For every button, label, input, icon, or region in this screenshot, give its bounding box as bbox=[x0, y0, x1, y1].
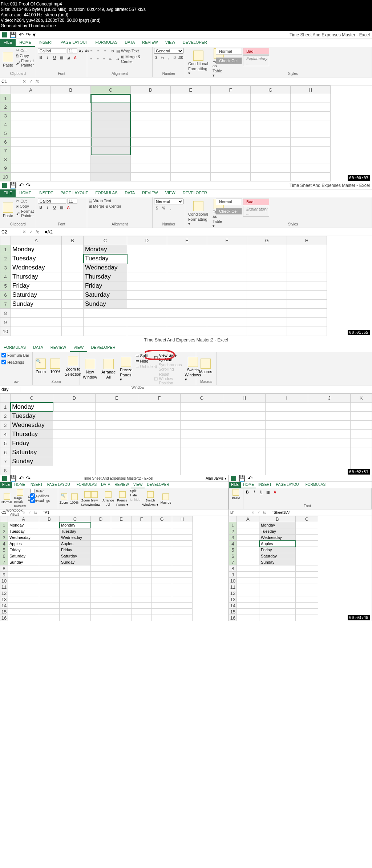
cell[interactable] bbox=[171, 94, 211, 103]
tab-insert[interactable]: INSERT bbox=[256, 482, 274, 488]
cell[interactable] bbox=[91, 559, 111, 565]
underline-button[interactable]: U bbox=[258, 489, 264, 495]
fx-icon[interactable]: fx bbox=[34, 511, 39, 515]
row-header-16[interactable]: 16 bbox=[0, 615, 8, 621]
cell[interactable]: Thursday bbox=[11, 430, 53, 439]
col-header-H[interactable]: H bbox=[287, 236, 327, 245]
tab-file[interactable]: FILE bbox=[229, 482, 241, 488]
cell[interactable] bbox=[223, 448, 266, 457]
cell[interactable] bbox=[223, 466, 266, 475]
cell[interactable]: Friday bbox=[11, 281, 62, 291]
cell[interactable]: Friday bbox=[259, 547, 296, 553]
cell[interactable] bbox=[287, 291, 327, 300]
cell[interactable] bbox=[223, 439, 266, 448]
cell[interactable] bbox=[111, 584, 132, 590]
cell[interactable] bbox=[207, 254, 247, 263]
cell[interactable] bbox=[181, 430, 223, 439]
col-header-C[interactable]: C bbox=[11, 393, 53, 403]
cell[interactable] bbox=[138, 448, 181, 457]
tab-review[interactable]: REVIEW bbox=[112, 482, 131, 488]
dec-decimal-icon[interactable]: .00 bbox=[178, 55, 183, 60]
row-header-8[interactable]: 8 bbox=[229, 565, 237, 572]
cell[interactable] bbox=[84, 309, 127, 318]
cell[interactable] bbox=[8, 565, 39, 572]
cell[interactable] bbox=[8, 609, 39, 615]
cell[interactable] bbox=[111, 609, 132, 615]
col-header-F[interactable]: F bbox=[207, 236, 247, 245]
cell[interactable] bbox=[91, 138, 131, 147]
cell[interactable] bbox=[132, 578, 152, 584]
cell[interactable] bbox=[11, 138, 51, 147]
cell[interactable] bbox=[237, 615, 259, 621]
cell[interactable] bbox=[296, 572, 318, 578]
cell[interactable] bbox=[251, 94, 291, 103]
cell[interactable] bbox=[62, 327, 84, 336]
tab-formulas[interactable]: FORMULAS bbox=[74, 482, 99, 488]
font-color-button[interactable]: A bbox=[65, 204, 71, 210]
row-header-5[interactable]: 5 bbox=[0, 281, 11, 291]
fx-icon[interactable]: fx bbox=[36, 229, 41, 235]
name-box[interactable]: C1 bbox=[0, 79, 20, 84]
cell[interactable] bbox=[111, 547, 132, 553]
cell[interactable] bbox=[211, 94, 251, 103]
tab-data[interactable]: DATA bbox=[29, 344, 47, 352]
fx-icon[interactable]: fx bbox=[263, 511, 268, 515]
cell[interactable] bbox=[207, 272, 247, 281]
col-header-D[interactable]: D bbox=[127, 236, 167, 245]
cell[interactable] bbox=[132, 596, 152, 603]
cell[interactable] bbox=[84, 327, 127, 336]
cell[interactable] bbox=[111, 541, 132, 547]
col-header-H[interactable]: H bbox=[172, 516, 193, 522]
cell[interactable] bbox=[172, 609, 193, 615]
cell[interactable] bbox=[296, 547, 318, 553]
cell[interactable] bbox=[266, 457, 308, 466]
cell[interactable]: Saturday bbox=[259, 553, 296, 559]
font-size-input[interactable] bbox=[67, 199, 77, 204]
cell[interactable] bbox=[111, 578, 132, 584]
cell[interactable] bbox=[207, 281, 247, 291]
cell[interactable] bbox=[237, 572, 259, 578]
cell[interactable]: Monday bbox=[60, 522, 91, 528]
cell[interactable] bbox=[296, 565, 318, 572]
tab-page-layout[interactable]: PAGE LAYOUT bbox=[45, 482, 74, 488]
cell[interactable] bbox=[291, 112, 331, 120]
cell[interactable] bbox=[259, 609, 296, 615]
tab-home[interactable]: HOME bbox=[16, 189, 35, 197]
cell[interactable] bbox=[51, 138, 91, 147]
cell[interactable] bbox=[11, 466, 53, 475]
tab-review[interactable]: REVIEW bbox=[47, 344, 70, 352]
italic-button[interactable]: I bbox=[251, 489, 257, 495]
undo-icon[interactable]: ↶ bbox=[19, 475, 24, 482]
cell[interactable] bbox=[60, 565, 91, 572]
tab-view[interactable]: VIEW bbox=[162, 189, 179, 197]
cell[interactable] bbox=[53, 421, 96, 430]
cell[interactable] bbox=[223, 412, 266, 421]
cell[interactable] bbox=[171, 155, 211, 164]
align-top-icon[interactable]: ≡ bbox=[89, 48, 94, 54]
cell[interactable] bbox=[138, 466, 181, 475]
cell[interactable] bbox=[127, 291, 167, 300]
col-header-G[interactable]: G bbox=[152, 516, 172, 522]
cell[interactable] bbox=[211, 138, 251, 147]
cell[interactable] bbox=[308, 421, 351, 430]
cell[interactable]: Sunday bbox=[8, 559, 39, 565]
col-header-F[interactable]: F bbox=[211, 85, 251, 94]
cell[interactable] bbox=[60, 603, 91, 609]
cell[interactable] bbox=[132, 528, 152, 535]
cell[interactable] bbox=[308, 457, 351, 466]
cell[interactable] bbox=[247, 272, 287, 281]
name-box[interactable]: C1 bbox=[0, 511, 20, 515]
cell[interactable] bbox=[39, 615, 60, 621]
cell[interactable] bbox=[247, 263, 287, 272]
cell[interactable] bbox=[296, 603, 318, 609]
cell[interactable] bbox=[167, 281, 207, 291]
cell[interactable] bbox=[39, 596, 60, 603]
paste-button[interactable]: Paste bbox=[1, 48, 15, 72]
save-icon[interactable]: 💾 bbox=[238, 475, 246, 482]
cell[interactable] bbox=[351, 430, 372, 439]
cell[interactable]: Friday bbox=[60, 547, 91, 553]
cell[interactable] bbox=[39, 541, 60, 547]
cell[interactable] bbox=[11, 173, 51, 181]
col-header-H[interactable]: H bbox=[291, 85, 331, 94]
cell[interactable] bbox=[351, 448, 372, 457]
